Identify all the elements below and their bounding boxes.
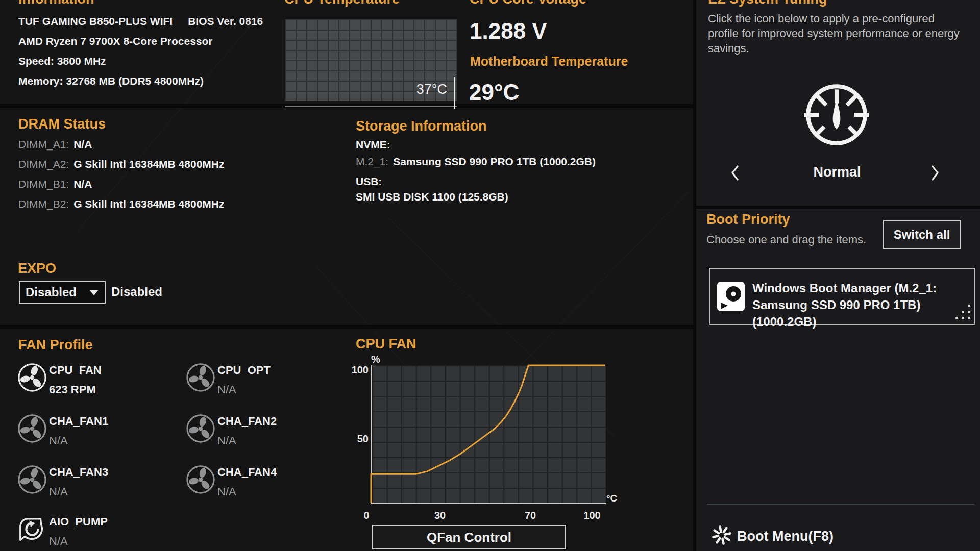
fan-chart-y-unit: % [371, 354, 380, 365]
fan-item-cha-fan1[interactable]: CHA_FAN1 N/A [17, 414, 181, 446]
temperature-graph-baseline [285, 106, 457, 107]
fan-chart-ytick-50: 50 [348, 433, 369, 445]
fan-speed: N/A [49, 434, 68, 447]
section-header-cpu-fan: CPU FAN [356, 336, 416, 352]
nvme-port-label: M.2_1: [356, 156, 388, 167]
section-header-cpu-core-voltage: CPU Core Voltage [470, 0, 586, 7]
fan-name: CPU_FAN [49, 364, 102, 377]
fan-speed: N/A [49, 535, 68, 548]
section-header-cpu-temperature: CPU Temperature [284, 0, 400, 7]
fan-icon [17, 363, 47, 392]
starburst-icon [712, 525, 732, 545]
fan-icon [186, 465, 215, 494]
motherboard-temperature-label: Motherboard Temperature [470, 54, 628, 69]
dimm-row: DIMM_A2:G Skill Intl 16384MB 4800MHz [18, 158, 224, 170]
dimm-label: DIMM_A2: [18, 158, 69, 170]
fan-item-cha-fan2[interactable]: CHA_FAN2 N/A [186, 414, 349, 446]
fan-speed: N/A [49, 485, 68, 498]
fan-speed: N/A [217, 434, 236, 447]
fan-item-aio-pump[interactable]: AIO_PUMP N/A [17, 514, 181, 547]
boot-priority-hint: Choose one and drag the items. [706, 233, 866, 246]
dimm-label: DIMM_A1: [18, 138, 69, 150]
fan-icon [17, 465, 47, 494]
pump-icon [17, 514, 47, 544]
fan-name: CHA_FAN1 [49, 415, 108, 428]
motherboard-temperature-value: 29°C [469, 80, 519, 105]
section-header-storage-information: Storage Information [356, 118, 487, 134]
dimm-label: DIMM_B1: [18, 178, 69, 190]
fan-speed: 623 RPM [49, 383, 96, 396]
fan-chart-xtick-70: 70 [525, 510, 536, 521]
dimm-value: N/A [74, 138, 92, 150]
fan-name: AIO_PUMP [49, 515, 108, 529]
qfan-control-button[interactable]: QFan Control [372, 525, 566, 549]
fan-speed: N/A [217, 383, 236, 396]
boot-menu-divider-line [707, 504, 974, 505]
chevron-right-icon[interactable] [931, 165, 939, 181]
fan-item-cpu-fan[interactable]: CPU_FAN 623 RPM [17, 363, 181, 395]
storage-usb-label: USB: [356, 176, 382, 188]
section-header-boot-priority: Boot Priority [706, 212, 790, 228]
switch-all-button[interactable]: Switch all [883, 220, 961, 249]
cpu-temperature-value: 37°C [401, 82, 447, 97]
section-header-dram-status: DRAM Status [18, 116, 106, 132]
dimm-row: DIMM_B1:N/A [18, 178, 92, 190]
fan-item-cpu-opt[interactable]: CPU_OPT N/A [186, 363, 349, 395]
boot-menu-button[interactable]: Boot Menu(F8) [737, 529, 834, 544]
usb-device: SMI USB DISK 1100 (125.8GB) [356, 191, 508, 203]
expo-dropdown[interactable]: Disabled [19, 281, 106, 304]
fan-icon [17, 414, 47, 443]
tuning-description: Click the icon below to apply a pre-conf… [708, 11, 961, 56]
fan-name: CHA_FAN3 [49, 466, 108, 479]
chevron-left-icon[interactable] [731, 165, 739, 181]
fan-name: CPU_OPT [217, 364, 271, 377]
gauge-icon[interactable] [799, 77, 874, 151]
fan-item-cha-fan4[interactable]: CHA_FAN4 N/A [186, 465, 349, 497]
memory-info: Memory: 32768 MB (DDR5 4800MHz) [18, 75, 204, 87]
expo-dropdown-value: Disabled [26, 285, 77, 299]
section-divider [696, 206, 980, 209]
fan-duty-curve [371, 365, 605, 503]
temperature-graph-cursor [454, 77, 455, 109]
bios-ez-mode-screen: Information TUF GAMING B850-PLUS WIFIBIO… [0, 0, 980, 551]
fan-chart-xtick-30: 30 [434, 510, 446, 521]
drag-handle-dots[interactable] [953, 305, 970, 321]
section-header-information: Information [18, 0, 94, 7]
fan-item-cha-fan3[interactable]: CHA_FAN3 N/A [17, 465, 181, 497]
fan-icon [186, 414, 215, 443]
fan-chart-ytick-100: 100 [348, 364, 369, 376]
boot-priority-item[interactable]: Windows Boot Manager (M.2_1: Samsung SSD… [709, 268, 975, 325]
dimm-row: DIMM_B2:G Skill Intl 16384MB 4800MHz [18, 198, 224, 210]
fan-name: CHA_FAN2 [217, 415, 277, 428]
section-header-fan-profile: FAN Profile [18, 337, 93, 353]
fan-chart-xtick-100: 100 [583, 510, 600, 521]
motherboard-model: TUF GAMING B850-PLUS WIFI [18, 15, 173, 27]
fan-speed: N/A [217, 485, 236, 498]
section-header-ez-system-tuning: EZ System Tuning [708, 0, 827, 7]
hard-disk-icon [717, 281, 745, 312]
expo-status-text: Disabled [111, 285, 162, 299]
section-header-expo: EXPO [18, 261, 56, 277]
bg-pattern-line [497, 191, 689, 390]
section-divider [0, 325, 693, 329]
cpu-speed: Speed: 3800 MHz [18, 55, 106, 67]
storage-nvme-row: M.2_1:Samsung SSD 990 PRO 1TB (1000.2GB) [356, 156, 596, 168]
fan-chart-x-unit: °C [606, 493, 617, 504]
info-model-line: TUF GAMING B850-PLUS WIFIBIOS Ver. 0816 [18, 15, 263, 28]
fan-icon [186, 363, 215, 392]
dimm-label: DIMM_B2: [18, 198, 69, 210]
dimm-value: G Skill Intl 16384MB 4800MHz [74, 198, 224, 210]
boot-item-label: Windows Boot Manager (M.2_1: Samsung SSD… [752, 280, 973, 330]
nvme-device: Samsung SSD 990 PRO 1TB (1000.2GB) [393, 156, 596, 167]
caret-down-icon [89, 290, 99, 295]
dimm-value: N/A [74, 178, 92, 190]
dimm-value: G Skill Intl 16384MB 4800MHz [74, 158, 224, 170]
cpu-model: AMD Ryzen 7 9700X 8-Core Processor [18, 35, 213, 47]
fan-chart-xtick-0: 0 [363, 510, 369, 521]
cpu-core-voltage-value: 1.288 V [470, 18, 547, 44]
tuning-profile-name: Normal [804, 164, 870, 180]
dimm-row: DIMM_A1:N/A [18, 138, 92, 151]
fan-name: CHA_FAN4 [217, 466, 277, 479]
bios-version: BIOS Ver. 0816 [188, 15, 263, 27]
storage-nvme-label: NVME: [356, 139, 390, 151]
